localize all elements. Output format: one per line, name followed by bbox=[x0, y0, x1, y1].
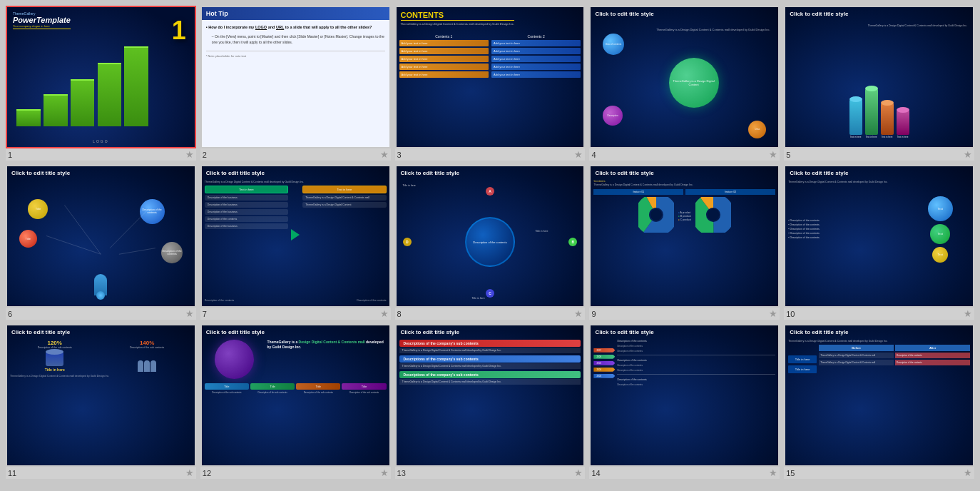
slide-6-figure bbox=[94, 274, 107, 300]
slide-5-cyl-3-label: Text in here bbox=[882, 136, 893, 138]
slide-14-star[interactable]: ★ bbox=[769, 467, 777, 478]
slide-2-footer: 2 ★ bbox=[200, 148, 391, 161]
slide-1[interactable]: 1 ThemeGallery PowerTemplate Your compan… bbox=[6, 6, 196, 148]
slide-11[interactable]: Click to edit title style 120% Descripti… bbox=[6, 324, 196, 467]
slide-6-orb-gray-text: Description of the contents bbox=[161, 250, 183, 255]
slide-11-fig-1: Title in here bbox=[10, 352, 99, 372]
slide-12-col-3: Title Description of the sub contents bbox=[296, 383, 340, 394]
slide-15-before-header: Before bbox=[819, 345, 894, 351]
slide-2-star[interactable]: ★ bbox=[380, 149, 389, 160]
slide-15-ba-table: Before After ThemeGallery is a Design Di… bbox=[819, 345, 970, 373]
slide-10-sphere-3-text: Text bbox=[938, 253, 943, 256]
slide-6[interactable]: Click to edit title style Title Title bbox=[6, 165, 196, 308]
slide-7-text-1: Description of the business bbox=[205, 195, 288, 201]
slide-13-desc-2: ThemeGallery is a Design Digital Content… bbox=[399, 363, 581, 369]
slide-5-star[interactable]: ★ bbox=[964, 149, 972, 160]
slide-11-person-3 bbox=[150, 360, 156, 372]
slide-5-cyl-2-top bbox=[865, 86, 878, 91]
slide-13-banner-1: Descriptions of the company's sub conten… bbox=[399, 340, 581, 347]
slide-15-star[interactable]: ★ bbox=[964, 467, 972, 478]
slide-5-desc: ThemeGallery is a Design Digital Content… bbox=[868, 24, 967, 27]
slide-2[interactable]: Hot Tip • How do I incorporate my LOGO a… bbox=[200, 6, 391, 148]
slide-6-star[interactable]: ★ bbox=[185, 308, 194, 319]
slide-10-sphere-2-text: Text bbox=[938, 232, 943, 236]
slide-8-star[interactable]: ★ bbox=[574, 308, 583, 319]
slide-13[interactable]: Click to edit title style Descriptions o… bbox=[395, 324, 586, 467]
slide-7-content: ThemeGallery is a Design Digital Content… bbox=[205, 181, 387, 303]
slide-7-footer: 7 ★ bbox=[200, 308, 391, 320]
slide-7-text-3: Description of the business bbox=[205, 209, 288, 215]
slide-4[interactable]: Click to edit title style ThemeGallery i… bbox=[589, 6, 780, 148]
slide-3-header: CONTENTS ThemeGallery is a Design Digita… bbox=[401, 11, 514, 26]
slide-12[interactable]: Click to edit title style ThemeGallery i… bbox=[200, 324, 391, 467]
slide-11-stat-2: 140% Description of the sub contents bbox=[102, 340, 191, 349]
slide-8[interactable]: Click to edit title style Description of… bbox=[395, 165, 586, 308]
slide-15-spacer bbox=[788, 345, 817, 353]
slide-14-title: Click to edit title style bbox=[595, 329, 653, 335]
slide-10-content: ThemeGallery is a Design Digital Content… bbox=[788, 181, 970, 303]
slide-12-star[interactable]: ★ bbox=[380, 467, 389, 478]
slide-4-orb-2-text: Description bbox=[608, 114, 618, 117]
slide-11-cylinder bbox=[46, 352, 63, 366]
slide-6-orb-blue: Description of the contents bbox=[140, 199, 165, 224]
slide-12-col2-title: Title bbox=[250, 383, 295, 390]
slide-7-text-5: Description of the business bbox=[205, 223, 288, 229]
slide-12-layout: ThemeGallery is a Design Digital Content… bbox=[205, 340, 387, 379]
slide-14-arrow-5: 2003 bbox=[593, 374, 615, 378]
slide-14-data-label-1: Description of the contents bbox=[617, 340, 775, 343]
slide-14-data-divider-2 bbox=[617, 374, 775, 376]
slide-12-col1-desc: Description of the sub contents bbox=[205, 391, 249, 394]
slide-3-item-b5: Add your text in here bbox=[491, 71, 581, 78]
slide-7[interactable]: Click to edit title style ThemeGallery i… bbox=[200, 165, 391, 308]
slide-11-person-2 bbox=[144, 360, 150, 372]
slide-14-content: 2007 2006 2005 2004 2003 Description of … bbox=[593, 340, 775, 462]
slide-cell-15: Click to edit title style ThemeGallery i… bbox=[784, 324, 974, 479]
slide-10-title: Click to edit title style bbox=[790, 170, 848, 176]
slide-7-star[interactable]: ★ bbox=[380, 308, 389, 319]
slide-13-star[interactable]: ★ bbox=[574, 467, 583, 478]
slide-15-ba-layout: Title in here Title in here Before After… bbox=[788, 345, 970, 373]
slide-7-flow: Text in here Description of the business… bbox=[205, 186, 387, 284]
slide-9[interactable]: Click to edit title style Contents Theme… bbox=[589, 165, 780, 308]
slide-12-number-label: 12 bbox=[203, 469, 211, 477]
slide-11-footer: 11 ★ bbox=[6, 467, 196, 479]
slide-4-star[interactable]: ★ bbox=[769, 149, 777, 160]
slide-11-cyl-top bbox=[46, 349, 63, 355]
slide-11-stat-1: 120% Description of the sub contents bbox=[10, 340, 99, 349]
slide-14-arrow-1: 2007 bbox=[593, 348, 615, 353]
slide-9-star[interactable]: ★ bbox=[769, 308, 777, 319]
slide-10-star[interactable]: ★ bbox=[964, 308, 972, 319]
slide-10-bullet-3: • Description of the contents bbox=[788, 228, 907, 231]
slide-9-contents-label: Contents bbox=[593, 179, 775, 183]
slide-4-orb-1-text: Desc of contents bbox=[606, 43, 621, 46]
slide-4-orb-3-text: Desc bbox=[755, 128, 760, 131]
slide-3-item-b3: Add your text in here bbox=[491, 56, 581, 62]
slide-11-figures: Title in here bbox=[10, 352, 192, 372]
slide-sorter-container: 1 ThemeGallery PowerTemplate Your compan… bbox=[6, 6, 974, 479]
slide-6-number-label: 6 bbox=[8, 310, 12, 318]
slide-11-thumb: Click to edit title style 120% Descripti… bbox=[7, 325, 195, 465]
slide-10[interactable]: Click to edit title style ThemeGallery i… bbox=[784, 165, 974, 308]
slide-15[interactable]: Click to edit title style ThemeGallery i… bbox=[784, 324, 974, 467]
slide-6-orb-blue-text: Description of the contents bbox=[140, 208, 165, 214]
slide-4-number-label: 4 bbox=[591, 151, 596, 159]
slide-15-title-label-1: Title in here bbox=[788, 355, 817, 363]
slide-14[interactable]: Click to edit title style 2007 2006 2005… bbox=[589, 324, 780, 467]
slide-3-star[interactable]: ★ bbox=[574, 149, 583, 160]
slide-4-globe-orb: ThemeGallery is a Design Digital Content bbox=[669, 58, 719, 108]
slide-7-box-1: Text in here bbox=[205, 186, 288, 193]
slide-3-item-2: Add your text in here bbox=[399, 48, 489, 54]
slide-1-number: 1 bbox=[172, 18, 186, 44]
slide-11-star[interactable]: ★ bbox=[185, 467, 194, 478]
slide-1-star[interactable]: ★ bbox=[185, 149, 194, 160]
slide-12-col4-title: Title bbox=[342, 383, 386, 390]
slide-13-banner-3-group: Descriptions of the company's sub conten… bbox=[399, 371, 581, 385]
slide-3[interactable]: CONTENTS ThemeGallery is a Design Digita… bbox=[395, 6, 586, 148]
slide-12-col2-desc: Description of the sub contents bbox=[250, 391, 295, 394]
slide-9-number-label: 9 bbox=[591, 310, 596, 318]
slide-3-number-label: 3 bbox=[397, 151, 402, 159]
slide-9-legend: ● A product ● B product ● C product bbox=[678, 211, 691, 221]
slide-4-content: ThemeGallery is a Design Digital Content… bbox=[593, 21, 775, 144]
slide-5[interactable]: Click to edit title style Text in here bbox=[784, 6, 974, 148]
slide-1-footer: 1 ★ bbox=[6, 148, 196, 161]
